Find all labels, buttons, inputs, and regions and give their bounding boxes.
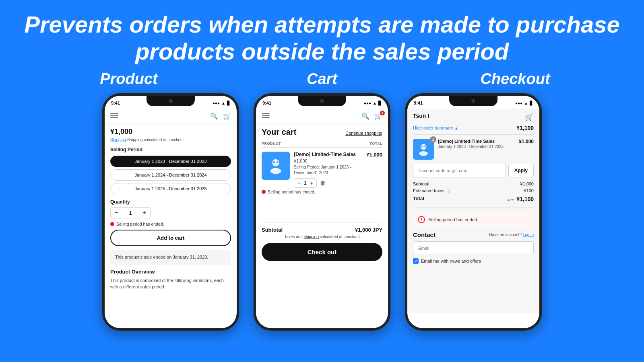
svg-point-7 [424,146,426,147]
order-item-row: 1 [Demo] Limited-Time Sales January 1 20… [413,139,534,160]
product-screen: 🔍 🛒 ¥1,000 Shipping Shipping calculated … [105,109,237,328]
hamburger-icon-cart[interactable] [262,112,270,120]
product-error-msg: Selling period has ended. [110,222,231,226]
checkout-button[interactable]: Check out [262,243,382,261]
cart-header: Your cart Continue shopping [262,128,382,137]
discount-row: Apply [413,164,534,177]
search-icon-cart[interactable]: 🔍 [361,112,369,120]
email-input[interactable] [413,241,534,255]
phones-row: 9:41 ●●● ▲ ▊ 🔍 🛒 ¥1,000 [0,93,644,331]
svg-point-6 [421,146,423,147]
cart-item-price: ¥1,000 [294,158,358,163]
period-options: January 1 2023 - December 31 2023 Januar… [110,156,231,194]
volume-down-cart [254,149,255,162]
period-option-2024[interactable]: January 1 2024 - December 31 2024 [110,169,231,181]
newsletter-label: Email me with news and offers [421,259,481,263]
cart-subtotal-row: Subtotal ¥1,000 JPY [262,222,382,234]
cart-badge: 1 [380,111,385,115]
order-item-period: January 1 2023 - December 31 2023 [438,144,515,149]
checkout-cart-icon[interactable]: 🛒 [525,113,534,121]
search-icon[interactable]: 🔍 [210,112,218,120]
volume-up-checkout [405,132,406,145]
contact-header: Contact Have an account? Log in [413,231,534,238]
shipping-link-cart[interactable]: shipping [304,234,319,239]
volume-up-button [102,132,103,145]
col-total: TOTAL [369,142,382,146]
camera [169,99,173,103]
phone-notch-cart [298,96,346,106]
cart-icon[interactable]: 🛒 [223,112,231,120]
log-in-link[interactable]: Log in [523,232,534,237]
subtotal-label: Subtotal [413,181,429,186]
svg-point-5 [419,151,428,156]
phone-notch-checkout [449,96,497,106]
cart-qty-value: 1 [304,180,307,186]
svg-point-1 [270,168,281,174]
status-icons: ●●● ▲ ▊ [213,101,230,105]
battery-icon-checkout: ▊ [530,101,533,105]
quantity-increase[interactable]: + [142,209,146,216]
cart-subtotal-val: ¥1,000 JPY [355,227,382,233]
quantity-control: − 1 + [110,207,151,218]
order-item-image: 1 [413,139,434,160]
summary-total: ¥1,100 [516,125,534,131]
cart-delete-icon[interactable]: 🗑 [320,180,326,186]
signal-icon-cart: ●●● [364,101,371,105]
volume-down-button [102,149,103,162]
cart-error: Selling period has ended. [262,189,382,194]
cart-spacer [262,198,382,222]
add-to-cart-button[interactable]: Add to cart [110,230,231,246]
tax-info-icon[interactable]: ⓘ [447,189,450,193]
period-option-2023[interactable]: January 1 2023 - December 31 2023 [110,156,231,167]
shipping-link[interactable]: Shipping [110,138,126,142]
total-row: Total JPY ¥1,100 [413,196,534,202]
product-overview-text: This product is composed of the followin… [110,277,231,290]
hamburger-icon[interactable] [110,112,118,120]
product-image-svg [267,157,285,175]
product-shipping: Shipping Shipping calculated at checkout… [110,138,231,142]
newsletter-checkbox[interactable]: ✓ [413,258,419,264]
discount-input[interactable] [413,164,506,177]
cart-error-dot [262,190,266,194]
cart-nav-icons: 🔍 🛒 1 [361,112,382,120]
cart-item-row: [Demo] Limited-Time Sales ¥1,000 Selling… [262,152,382,188]
period-option-2025[interactable]: January 1 2025 - December 31 2025 [110,183,231,194]
tax-label: Estimated taxes ⓘ [413,188,450,194]
svg-point-0 [272,159,279,167]
continue-shopping-link[interactable]: Continue shopping [345,131,382,136]
power-button-cart [389,136,390,152]
cart-icon-with-badge[interactable]: 🛒 1 [374,112,382,120]
battery-icon: ▊ [227,101,230,105]
price-breakdown: Subtotal ¥1,000 Estimated taxes ⓘ ¥100 T… [413,181,534,208]
quantity-value: 1 [129,210,132,216]
checkmark-icon: ✓ [414,259,417,263]
cart-qty-decrease[interactable]: − [297,180,301,186]
camera-checkout [471,99,475,103]
quantity-decrease[interactable]: − [115,209,118,216]
product-overview-title: Product Overview [110,269,231,275]
wifi-icon-checkout: ▲ [524,101,528,105]
product-nav: 🔍 🛒 [105,109,237,123]
quantity-label: Quantity [110,199,231,205]
tax-row: Estimated taxes ⓘ ¥100 [413,188,534,194]
power-button-checkout [541,136,542,152]
selling-period-label: Selling Period [110,147,231,152]
cart-content: Your cart Continue shopping PRODUCT TOTA… [256,123,388,328]
store-name: Tsun I [413,113,429,119]
order-item-info: [Demo] Limited-Time Sales January 1 2023… [438,139,515,160]
hide-summary[interactable]: Hide order summary ▲ [413,125,458,130]
cart-qty-increase[interactable]: + [310,180,313,186]
total-label: Total [413,196,424,202]
checkout-header: Tsun I 🛒 [413,113,534,121]
apply-button[interactable]: Apply [508,164,534,177]
order-item-name: [Demo] Limited-Time Sales [438,139,515,144]
cart-item-total: ¥1,000 [362,152,382,188]
have-account: Have an account? Log in [489,232,534,237]
cart-title: Your cart [262,128,296,137]
wifi-icon: ▲ [221,101,225,105]
power-button [238,136,239,152]
cart-item-image [262,152,290,180]
silent-switch [102,120,103,129]
checkout-error: ! Selling period has ended. [413,212,534,227]
silent-switch-checkout [405,120,406,129]
